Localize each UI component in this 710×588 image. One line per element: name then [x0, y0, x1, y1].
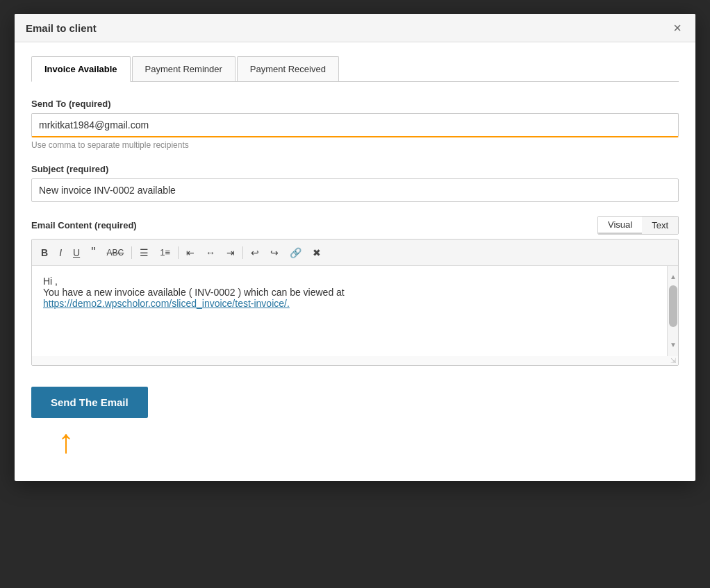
- tab-payment-reminder[interactable]: Payment Reminder: [132, 56, 236, 81]
- editor-link[interactable]: https://demo2.wpscholor.com/sliced_invoi…: [43, 298, 290, 309]
- strikethrough-button[interactable]: ABC: [104, 246, 128, 259]
- arrow-annotation: ↑: [58, 422, 679, 460]
- undo-button[interactable]: ↩: [247, 246, 263, 260]
- align-center-button[interactable]: ↔: [202, 246, 219, 260]
- blockquote-button[interactable]: ": [88, 244, 99, 261]
- text-view-button[interactable]: Text: [642, 217, 678, 234]
- email-content-label: Email Content (required): [31, 220, 137, 230]
- send-email-button[interactable]: Send The Email: [31, 387, 148, 418]
- subject-input[interactable]: [31, 178, 679, 202]
- bold-button[interactable]: B: [38, 246, 51, 260]
- toolbar-divider-2: [178, 246, 179, 259]
- editor-toolbar: B I U " ABC ☰ 1≡ ⇤ ↔ ⇥ ↩ ↪ 🔗 ✖: [32, 240, 678, 266]
- toolbar-divider-1: [131, 246, 132, 259]
- toolbar-divider-3: [242, 246, 243, 259]
- redo-button[interactable]: ↪: [267, 246, 282, 260]
- editor-content-area[interactable]: Hi , You have a new invoice available ( …: [32, 266, 667, 356]
- ordered-list-button[interactable]: 1≡: [156, 246, 174, 259]
- link-button[interactable]: 🔗: [286, 246, 305, 260]
- editor-greeting: Hi ,: [43, 276, 656, 287]
- fullscreen-button[interactable]: ✖: [309, 246, 324, 260]
- email-content-group: Email Content (required) Visual Text B I…: [31, 216, 679, 366]
- editor-area: Hi , You have a new invoice available ( …: [32, 266, 678, 356]
- editor-wrapper: B I U " ABC ☰ 1≡ ⇤ ↔ ⇥ ↩ ↪ 🔗 ✖: [31, 239, 679, 366]
- tab-invoice-available[interactable]: Invoice Available: [31, 56, 131, 82]
- close-button[interactable]: ×: [670, 21, 684, 35]
- unordered-list-button[interactable]: ☰: [136, 246, 152, 260]
- content-header: Email Content (required) Visual Text: [31, 216, 679, 235]
- align-right-button[interactable]: ⇥: [223, 246, 238, 260]
- scroll-down-arrow[interactable]: ▼: [669, 341, 677, 349]
- resize-handle[interactable]: ⇲: [32, 356, 678, 365]
- editor-body: You have a new invoice available ( INV-0…: [43, 287, 656, 309]
- scroll-up-arrow[interactable]: ▲: [669, 273, 677, 281]
- italic-button[interactable]: I: [56, 246, 65, 260]
- scrollbar-thumb[interactable]: [669, 285, 677, 327]
- send-to-input[interactable]: [31, 113, 679, 137]
- tab-payment-received[interactable]: Payment Received: [237, 56, 339, 81]
- tabs-container: Invoice Available Payment Reminder Payme…: [31, 56, 679, 82]
- modal-header: Email to client ×: [15, 14, 695, 42]
- send-to-hint: Use comma to separate multiple recipient…: [31, 140, 679, 150]
- subject-label: Subject (required): [31, 164, 679, 174]
- modal-body: Invoice Available Payment Reminder Payme…: [15, 42, 695, 481]
- email-modal: Email to client × Invoice Available Paym…: [15, 14, 695, 481]
- send-to-group: Send To (required) Use comma to separate…: [31, 99, 679, 150]
- editor-scrollbar[interactable]: ▲ ▼: [667, 266, 678, 356]
- send-to-label: Send To (required): [31, 99, 679, 109]
- align-left-button[interactable]: ⇤: [183, 246, 198, 260]
- subject-group: Subject (required): [31, 164, 679, 202]
- modal-title: Email to client: [26, 22, 97, 34]
- visual-view-button[interactable]: Visual: [598, 217, 642, 234]
- view-toggle: Visual Text: [597, 216, 679, 235]
- underline-button[interactable]: U: [69, 246, 83, 260]
